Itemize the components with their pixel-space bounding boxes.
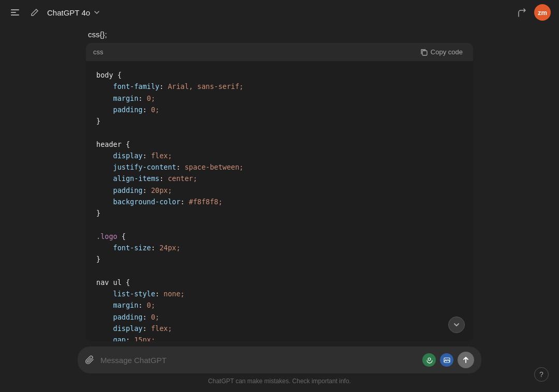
send-button[interactable] [458,352,474,368]
copy-icon [420,49,428,56]
scroll-down-button[interactable] [448,316,465,333]
input-box [78,346,481,373]
image-tool-button[interactable] [440,353,453,367]
svg-rect-3 [422,51,427,55]
chevron-down-icon [93,9,100,16]
message-input[interactable] [100,356,417,365]
edit-button[interactable] [28,6,41,19]
avatar[interactable]: zm [534,4,551,21]
topbar: ChatGPT 4o zm [0,0,559,25]
photo-icon [444,357,450,364]
help-button[interactable]: ? [534,367,549,382]
attach-icon [85,355,95,365]
topbar-right: zm [515,4,551,21]
app-title: ChatGPT 4o [47,8,90,17]
svg-point-4 [428,358,431,360]
main-content: css{}; css Copy code body { font-family:… [0,25,559,392]
code-header: css Copy code [86,43,473,61]
share-icon [517,8,526,17]
topbar-left: ChatGPT 4o [8,6,100,19]
chat-area: css{}; css Copy code body { font-family:… [78,25,481,341]
app-title-area: ChatGPT 4o [47,8,100,17]
svg-rect-0 [11,9,19,10]
arrow-down-icon [453,321,460,328]
code-body: body { font-family: Arial, sans-serif; m… [86,61,473,341]
audio-tool-button[interactable] [422,353,436,367]
svg-rect-1 [11,12,16,13]
sidebar-icon [10,8,20,17]
input-area: ChatGPT can make mistakes. Check importa… [78,341,481,387]
footer-disclaimer: ChatGPT can make mistakes. Check importa… [78,373,481,387]
sidebar-toggle-button[interactable] [8,6,22,19]
attach-button[interactable] [85,355,95,365]
copy-code-button[interactable]: Copy code [417,47,466,57]
input-right-controls [422,352,474,368]
mic-icon [426,357,433,364]
edit-icon [30,8,39,17]
send-icon [462,356,469,364]
audio-icon [422,353,436,367]
svg-rect-6 [444,358,450,363]
image-icon [440,353,453,367]
code-block: css Copy code body { font-family: Arial,… [86,43,473,341]
message-label: css{}; [86,30,473,39]
svg-rect-2 [11,14,19,16]
code-language: css [93,48,104,56]
share-button[interactable] [515,6,528,19]
